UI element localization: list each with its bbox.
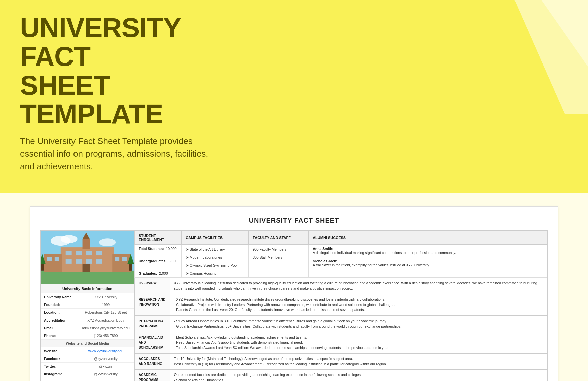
alumni-name-anna: Anna Smith: bbox=[313, 247, 333, 251]
field-value: XYZ Accreditation Body bbox=[78, 316, 134, 324]
detail-row-overview: OVERVIEW XYZ University is a leading ins… bbox=[135, 278, 547, 294]
svg-rect-15 bbox=[96, 259, 102, 264]
table-row: Facebook: @xyzuniversity bbox=[41, 355, 134, 363]
section-content-overview: XYZ University is a leading institution … bbox=[170, 278, 547, 294]
svg-rect-19 bbox=[44, 254, 62, 272]
section-content-academic: Our esteemed faculties are dedicated to … bbox=[170, 370, 547, 381]
alumni-name-nicholas: Nicholas Jack: bbox=[313, 259, 337, 263]
detail-row-international: INTERNATIONAL PROGRAMS - Study Abroad Op… bbox=[135, 316, 547, 332]
detail-row-academic: ACADEMIC PROGRAMS Our esteemed faculties… bbox=[135, 370, 547, 381]
social-section-header: Website and Social Media bbox=[41, 340, 134, 347]
table-row: Twitter: @xyzuni bbox=[41, 363, 134, 370]
detail-table: OVERVIEW XYZ University is a leading ins… bbox=[134, 278, 547, 381]
grad-label: Graduates: bbox=[139, 271, 157, 275]
svg-rect-17 bbox=[83, 239, 90, 249]
left-panel: University Basic Information University … bbox=[41, 231, 134, 381]
enrollment-undergrad: Undergraduates: 8,000 bbox=[135, 257, 182, 269]
field-value: admissions@xyzuniversity.edu bbox=[78, 324, 134, 332]
basic-info-table: University Name: XYZ University Founded:… bbox=[41, 293, 134, 378]
field-label: Phone: bbox=[41, 332, 78, 340]
table-row: Instagram: @xyzuniversity bbox=[41, 370, 134, 378]
basic-info-title: University Basic Information bbox=[41, 284, 134, 293]
svg-rect-9 bbox=[76, 251, 82, 256]
svg-rect-25 bbox=[41, 264, 44, 271]
field-value: @xyzuniversity bbox=[78, 355, 134, 363]
svg-rect-14 bbox=[86, 259, 92, 264]
svg-rect-12 bbox=[66, 259, 72, 264]
svg-rect-11 bbox=[96, 251, 102, 256]
field-label: Accreditation: bbox=[41, 316, 78, 324]
table-row: Email: admissions@xyzuniversity.edu bbox=[41, 324, 134, 332]
section-content-research: - XYZ Research Institute: Our dedicated … bbox=[170, 294, 547, 315]
header-facilities: CAMPUS FACILITIES bbox=[182, 231, 249, 245]
enrollment-grad: Graduates: 2,000 bbox=[135, 269, 182, 278]
right-panel: STUDENT ENROLLMENT CAMPUS FACILITIES FAC… bbox=[134, 231, 547, 381]
field-label: Founded: bbox=[41, 301, 78, 309]
field-value: 1999 bbox=[78, 301, 134, 309]
table-row: Total Students: 10,000 ➤ State of the Ar… bbox=[135, 245, 547, 257]
svg-rect-22 bbox=[55, 257, 59, 261]
table-row: University Name: XYZ University bbox=[41, 293, 134, 301]
page-title: UNIVERSITY FACTSHEET TEMPLATE bbox=[20, 13, 254, 128]
total-label: Total Students: bbox=[139, 247, 164, 251]
header-alumni: ALUMNI SUCCESS bbox=[309, 231, 547, 245]
header-section: UNIVERSITY FACTSHEET TEMPLATE The Univer… bbox=[0, 0, 588, 193]
detail-row-financial: FINANCIAL AID AND SCHOLARSHIP - Merit Sc… bbox=[135, 332, 547, 353]
main-content: UNIVERSITY FACT SHEET bbox=[0, 193, 588, 381]
svg-rect-23 bbox=[115, 257, 119, 261]
university-image bbox=[41, 231, 134, 284]
enrollment-total: Total Students: 10,000 bbox=[135, 245, 182, 257]
field-label: Location: bbox=[41, 309, 78, 316]
faculty-cell: 900 Faculty Members 300 Staff Members bbox=[249, 245, 309, 278]
enrollment-table: STUDENT ENROLLMENT CAMPUS FACILITIES FAC… bbox=[134, 231, 547, 278]
svg-rect-13 bbox=[76, 259, 82, 264]
table-row: Website: www.xyzuniversity.edu bbox=[41, 347, 134, 355]
field-value: @xyzuniversity bbox=[78, 370, 134, 378]
field-value: XYZ University bbox=[78, 293, 134, 301]
alumni-anna: Anna Smith: A distinguished individual m… bbox=[309, 245, 547, 257]
section-label-financial: FINANCIAL AID AND SCHOLARSHIP bbox=[135, 332, 170, 353]
field-label: Facebook: bbox=[41, 355, 78, 363]
svg-rect-27 bbox=[129, 264, 132, 271]
field-value: Roberstons City 123 Street bbox=[78, 309, 134, 316]
header-faculty: FACULTY AND STAFF bbox=[249, 231, 309, 245]
facilities-cell: ➤ State of the Art Library ➤ Modern Labo… bbox=[182, 245, 249, 278]
svg-rect-16 bbox=[83, 264, 90, 272]
social-title: Website and Social Media bbox=[41, 340, 134, 347]
section-label-overview: OVERVIEW bbox=[135, 278, 170, 294]
fact-sheet-container: UNIVERSITY FACT SHEET bbox=[30, 206, 558, 381]
alumni-nicholas: Nicholas Jack: A trailblazer in their fi… bbox=[309, 257, 547, 278]
section-label-accolades: ACCOLADES AND RANKING bbox=[135, 353, 170, 370]
field-label: Website: bbox=[41, 347, 78, 355]
section-label-international: INTERNATIONAL PROGRAMS bbox=[135, 316, 170, 332]
fact-sheet-title: UNIVERSITY FACT SHEET bbox=[40, 217, 548, 224]
section-content-financial: - Merit Scholarships: Acknowledging outs… bbox=[170, 332, 547, 353]
top-section: University Basic Information University … bbox=[40, 230, 548, 381]
field-value-website[interactable]: www.xyzuniversity.edu bbox=[78, 347, 134, 355]
field-label: Twitter: bbox=[41, 363, 78, 370]
table-row: Founded: 1999 bbox=[41, 301, 134, 309]
svg-rect-21 bbox=[47, 257, 52, 261]
svg-rect-8 bbox=[66, 251, 72, 256]
field-label: Instagram: bbox=[41, 370, 78, 378]
svg-rect-6 bbox=[41, 271, 134, 284]
section-content-accolades: Top 10 University for (Math and Technolo… bbox=[170, 353, 547, 370]
header-decoration bbox=[448, 0, 588, 114]
section-label-academic: ACADEMIC PROGRAMS bbox=[135, 370, 170, 381]
field-value: (123) 456-7890 bbox=[78, 332, 134, 340]
svg-point-5 bbox=[99, 239, 116, 247]
table-row: Accreditation: XYZ Accreditation Body bbox=[41, 316, 134, 324]
section-content-international: - Study Abroad Opportunities in 30+ Coun… bbox=[170, 316, 547, 332]
page-subtitle: The University Fact Sheet Template provi… bbox=[20, 135, 220, 173]
undergrad-label: Undergraduates: bbox=[139, 259, 167, 263]
header-enrollment: STUDENT ENROLLMENT bbox=[135, 231, 182, 245]
detail-row-research: RESEARCH AND INNOVATION - XYZ Research I… bbox=[135, 294, 547, 315]
table-row: Phone: (123) 456-7890 bbox=[41, 332, 134, 340]
svg-rect-10 bbox=[86, 251, 92, 256]
svg-point-4 bbox=[61, 235, 78, 243]
field-label: University Name: bbox=[41, 293, 78, 301]
field-label: Email: bbox=[41, 324, 78, 332]
svg-rect-24 bbox=[122, 257, 127, 261]
table-header-row: STUDENT ENROLLMENT CAMPUS FACILITIES FAC… bbox=[135, 231, 547, 245]
detail-row-accolades: ACCOLADES AND RANKING Top 10 University … bbox=[135, 353, 547, 370]
